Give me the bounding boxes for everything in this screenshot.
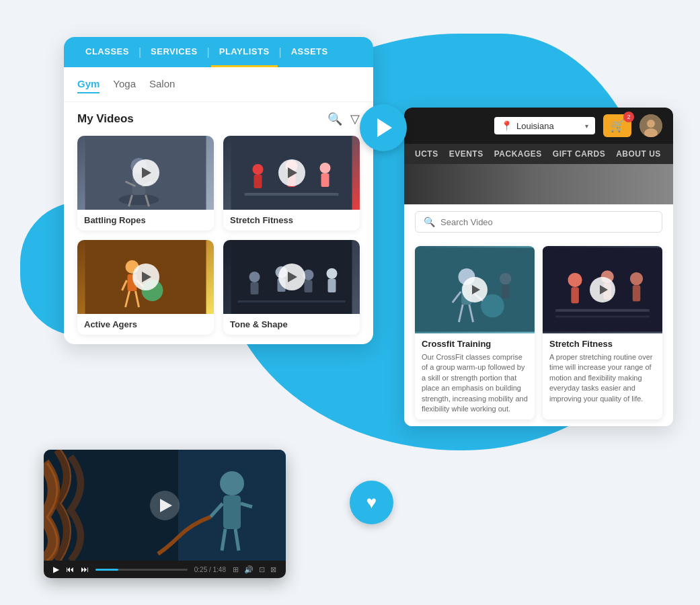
- ecom-crossfit-title: Crossfit Training: [422, 339, 528, 349]
- tab-assets[interactable]: ASSETS: [283, 37, 336, 67]
- svg-rect-33: [238, 300, 346, 302]
- svg-rect-61: [223, 495, 241, 529]
- ecom-video-crossfit[interactable]: Crossfit Training Our CrossFit classes c…: [415, 246, 535, 419]
- filter-icon[interactable]: ▽: [350, 112, 360, 126]
- svg-rect-30: [305, 280, 313, 292]
- video-card-tone-shape[interactable]: Tone & Shape: [223, 240, 360, 335]
- svg-rect-55: [633, 285, 641, 301]
- ecom-hero-image: [404, 164, 673, 204]
- svg-rect-38: [404, 164, 673, 204]
- video-label-3: Active Agers: [77, 314, 214, 335]
- location-pin-icon: 📍: [501, 120, 512, 131]
- location-selector[interactable]: 📍 Louisiana ▾: [494, 117, 595, 134]
- video-thumb-4: [223, 240, 360, 314]
- nav-packages[interactable]: PACKAGES: [494, 149, 542, 159]
- video-play-2[interactable]: [278, 159, 305, 186]
- tab-playlists[interactable]: PLAYLISTS: [211, 37, 278, 67]
- video-thumb-1: [77, 136, 214, 210]
- player-volume-icon[interactable]: 🔊: [244, 565, 254, 574]
- video-thumb-3: [77, 240, 214, 314]
- player-pip-icon[interactable]: ⊡: [259, 565, 265, 574]
- player-content: [44, 450, 286, 561]
- cart-icon: 🛒: [610, 119, 625, 132]
- nav-products[interactable]: UCTS: [415, 149, 438, 159]
- subtab-salon[interactable]: Salon: [149, 75, 175, 93]
- videos-actions: 🔍 ▽: [327, 112, 360, 126]
- ecom-video-info-stretch: Stretch Fitness A proper stretching rout…: [543, 333, 662, 409]
- chevron-down-icon: ▾: [585, 122, 588, 130]
- player-progress-fill: [95, 569, 118, 571]
- svg-point-60: [220, 471, 244, 495]
- player-play-button[interactable]: [150, 491, 180, 520]
- sep-3: |: [279, 46, 282, 58]
- nav-gift-cards[interactable]: GIFT CARDS: [553, 149, 605, 159]
- app-card: CLASSES | SERVICES | PLAYLISTS | ASSETS …: [64, 37, 373, 344]
- video-play-3[interactable]: [132, 264, 159, 290]
- video-label-4: Tone & Shape: [223, 314, 360, 335]
- svg-rect-48: [502, 284, 510, 298]
- search-icon[interactable]: 🔍: [327, 112, 342, 126]
- videos-header: My Videos 🔍 ▽: [77, 112, 360, 126]
- ecom-play-crossfit[interactable]: [462, 277, 488, 302]
- player-subtitles-icon[interactable]: ⊞: [233, 565, 239, 574]
- player-skip-forward-button[interactable]: ⏭: [81, 565, 89, 574]
- player-progress-bar[interactable]: [95, 569, 188, 571]
- svg-point-47: [500, 273, 511, 284]
- svg-point-9: [253, 164, 264, 175]
- player-controls: ▶ ⏮ ⏭ 0:25 / 1:48 ⊞ 🔊 ⊡ ⊠: [44, 561, 286, 578]
- video-thumb-2: [223, 136, 360, 210]
- sep-1: |: [139, 46, 141, 58]
- user-avatar[interactable]: [639, 114, 662, 137]
- search-icon: 🔍: [424, 216, 435, 227]
- player-time: 0:25 / 1:48: [194, 566, 226, 573]
- video-play-1[interactable]: [132, 159, 159, 186]
- svg-point-25: [249, 272, 260, 282]
- ecom-nav: UCTS EVENTS PACKAGES GIFT CARDS ABOUT US: [404, 144, 673, 164]
- play-circle-button[interactable]: [360, 104, 407, 151]
- heart-icon: ♥: [366, 492, 377, 513]
- video-card-stretch-fitness[interactable]: Stretch Fitness: [223, 136, 360, 231]
- svg-rect-51: [571, 287, 579, 303]
- player-fullscreen-icon[interactable]: ⊠: [270, 565, 276, 574]
- cart-badge: 2: [623, 112, 634, 122]
- ecom-card: 📍 Louisiana ▾ 🛒 2 UCTS EVENTS PACKAGES G…: [404, 108, 673, 426]
- ecom-thumb-stretch: [543, 246, 662, 333]
- nav-tabs: CLASSES | SERVICES | PLAYLISTS | ASSETS: [64, 37, 373, 67]
- nav-about-us[interactable]: ABOUT US: [616, 149, 661, 159]
- cart-button[interactable]: 🛒 2: [603, 114, 631, 137]
- ecom-crossfit-desc: Our CrossFit classes comprise of a group…: [422, 352, 528, 414]
- ecom-stretch-title: Stretch Fitness: [549, 339, 656, 349]
- sep-2: |: [207, 46, 210, 58]
- tab-services[interactable]: SERVICES: [143, 37, 206, 67]
- subtab-gym[interactable]: Gym: [77, 75, 100, 93]
- video-card-active-agers[interactable]: Active Agers: [77, 240, 214, 335]
- svg-rect-57: [555, 315, 650, 317]
- svg-rect-26: [251, 282, 259, 294]
- ecom-thumb-crossfit: [415, 246, 535, 333]
- svg-point-50: [568, 273, 582, 287]
- tab-classes[interactable]: CLASSES: [77, 37, 137, 67]
- ecom-videos-row: Crossfit Training Our CrossFit classes c…: [404, 239, 673, 426]
- svg-point-1: [119, 194, 159, 205]
- svg-rect-56: [555, 309, 650, 312]
- heart-circle-button[interactable]: ♥: [350, 481, 393, 524]
- ecom-stretch-desc: A proper stretching routine over time wi…: [549, 352, 656, 404]
- svg-rect-15: [245, 193, 339, 196]
- player-play-control[interactable]: ▶: [53, 565, 59, 574]
- video-grid: Battling Ropes: [77, 136, 360, 335]
- video-card-battling-ropes[interactable]: Battling Ropes: [77, 136, 214, 231]
- search-input-wrap[interactable]: 🔍: [415, 211, 662, 233]
- ecom-play-stretch[interactable]: [590, 277, 615, 302]
- subtab-yoga[interactable]: Yoga: [113, 75, 136, 93]
- sub-tabs: Gym Yoga Salon: [64, 67, 373, 102]
- player-prev-button[interactable]: ⏮: [66, 565, 74, 574]
- ecom-video-info-crossfit: Crossfit Training Our CrossFit classes c…: [415, 333, 535, 419]
- nav-events[interactable]: EVENTS: [449, 149, 483, 159]
- svg-point-35: [647, 120, 655, 128]
- video-player: ▶ ⏮ ⏭ 0:25 / 1:48 ⊞ 🔊 ⊡ ⊠: [44, 450, 286, 578]
- ecom-video-stretch[interactable]: Stretch Fitness A proper stretching rout…: [543, 246, 662, 419]
- search-input[interactable]: [440, 217, 654, 227]
- videos-section: My Videos 🔍 ▽: [64, 102, 373, 344]
- video-play-4[interactable]: [278, 264, 305, 290]
- svg-point-13: [320, 163, 331, 173]
